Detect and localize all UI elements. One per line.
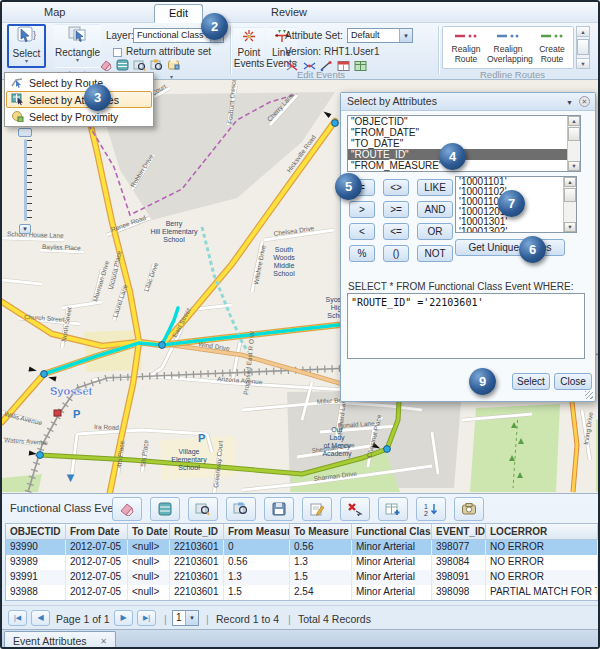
scroll-down-icon[interactable]: ▼	[564, 222, 576, 232]
operator-greater-button[interactable]: >	[349, 201, 375, 218]
tab-event-attributes[interactable]: Event Attributes ✕	[4, 631, 116, 649]
create-route-button[interactable]: Create Route	[531, 29, 573, 68]
clear-selection-button[interactable]	[112, 497, 142, 521]
column-header[interactable]: OBJECTID	[6, 524, 66, 540]
realign-route-button[interactable]: Realign Route	[445, 29, 487, 68]
column-header[interactable]: To Date	[128, 524, 170, 540]
operator-parentheses-button[interactable]: ()	[383, 245, 409, 262]
values-list-scrollbar[interactable]: ▲ ▼	[563, 177, 576, 232]
column-header[interactable]: EVENT_ID	[432, 524, 486, 540]
next-page-button[interactable]: ▶	[114, 610, 133, 626]
tab-close-icon[interactable]: ✕	[100, 637, 107, 646]
value-list-item[interactable]: '10001302'	[456, 227, 576, 233]
menu-item-select-by-route[interactable]: Select by Route	[6, 74, 152, 91]
field-list-item[interactable]: "FROM_DATE"	[348, 127, 580, 138]
attribute-set-combo-arrow[interactable]: ▼	[399, 29, 412, 42]
table-row[interactable]: 93988 2012-07-05 <null> 22103601 1.5 2.5…	[6, 585, 598, 600]
clear-selection-icon[interactable]	[98, 58, 113, 72]
save-button[interactable]	[264, 497, 294, 521]
edit-records-button[interactable]	[302, 497, 332, 521]
select-tool-button[interactable]: } Select ▾	[7, 24, 46, 68]
pan-down-icon[interactable]: ▼	[64, 470, 77, 485]
place-label-line: Academy	[322, 450, 352, 458]
operator-less-equal-button[interactable]: <=	[383, 223, 409, 240]
menu-item-select-by-proximity[interactable]: Select by Proximity	[6, 108, 152, 125]
dialog-close-button[interactable]: Close	[554, 373, 592, 390]
zoom-slider-handle[interactable]	[18, 128, 32, 137]
operator-less-button[interactable]: <	[349, 223, 375, 240]
table-row[interactable]: 93991 2012-07-05 <null> 22103601 1.3 1.5…	[6, 570, 598, 585]
operator-and-button[interactable]: AND	[417, 201, 453, 218]
scroll-up-icon[interactable]: ▲	[568, 116, 580, 126]
scroll-up-icon[interactable]: ▲	[564, 177, 576, 187]
dialog-select-button[interactable]: Select	[512, 373, 550, 390]
rectangle-dropdown-arrow[interactable]: ▾	[76, 58, 79, 63]
get-unique-values-button[interactable]: Get Unique Values	[455, 239, 565, 256]
attribute-set-combo[interactable]: Default ▼	[347, 28, 413, 43]
first-page-button[interactable]: |◀	[8, 610, 27, 626]
tab-map[interactable]: Map	[30, 4, 79, 23]
place-label-line: School	[163, 236, 185, 243]
field-list-item[interactable]: "TO_DATE"	[348, 138, 580, 149]
menu-item-select-by-attributes[interactable]: Select by Attributes	[6, 91, 152, 108]
operator-percent-button[interactable]: %	[349, 245, 375, 262]
column-header[interactable]: From Measure	[224, 524, 290, 540]
copy-attributes-icon[interactable]	[166, 58, 181, 72]
map-zoom-slider[interactable]: ▼	[18, 128, 34, 236]
scroll-up-icon[interactable]: ▲	[577, 27, 589, 37]
zoom-to-selected-button[interactable]	[188, 497, 218, 521]
zoom-to-events-icon[interactable]	[132, 58, 147, 72]
prev-page-button[interactable]: ◀	[31, 610, 50, 626]
return-attribute-set-checkbox[interactable]	[113, 48, 122, 57]
page-combo-arrow[interactable]: ▼	[185, 611, 198, 625]
tab-review[interactable]: Review	[257, 4, 321, 23]
dialog-resize-handle[interactable]	[585, 391, 593, 399]
dialog-title-bar[interactable]: Select by Attributes ▼ ✕	[341, 93, 595, 111]
operator-like-button[interactable]: LIKE	[417, 179, 453, 196]
redline-routes-panel: Realign Route Realign Overlapping Create…	[442, 26, 574, 69]
operator-not-button[interactable]: NOT	[417, 245, 453, 262]
tab-edit[interactable]: Edit	[154, 4, 203, 23]
switch-table-button[interactable]	[150, 497, 180, 521]
last-page-button[interactable]: ▶|	[137, 610, 156, 626]
column-header[interactable]: LOCERROR	[486, 524, 598, 540]
column-header[interactable]: Route_ID	[170, 524, 224, 540]
snapshot-button[interactable]	[454, 497, 484, 521]
pan-to-selected-button[interactable]	[226, 497, 256, 521]
dialog-close-icon[interactable]: ✕	[579, 96, 590, 107]
table-row[interactable]: 93989 2012-07-05 <null> 22103601 0.56 1.…	[6, 555, 598, 570]
add-record-button[interactable]	[378, 497, 408, 521]
cell: 93990	[6, 540, 66, 555]
column-header[interactable]: Functional Class	[352, 524, 432, 540]
place-label-line: Hill Elementary	[150, 228, 198, 236]
field-list-item[interactable]: "OBJECTID"	[348, 116, 580, 127]
attribute-table-icon[interactable]	[115, 58, 130, 72]
realign-overlapping-button[interactable]: Realign Overlapping	[487, 29, 529, 68]
select-dropdown-arrow[interactable]: ▾	[25, 59, 28, 64]
page-number-combo[interactable]: 1 ▼	[172, 610, 199, 626]
sort-button[interactable]: 12	[416, 497, 446, 521]
redline-scrollbar[interactable]: ▲ ▼	[576, 26, 590, 69]
table-row[interactable]: 93990 2012-07-05 <null> 22103601 0 0.56 …	[6, 540, 598, 555]
dialog-dropdown-icon[interactable]: ▼	[566, 94, 573, 111]
where-clause-textarea[interactable]: "ROUTE_ID" ='22103601'	[347, 293, 585, 359]
point-events-button[interactable]: Point Events	[233, 27, 265, 68]
field-list-scrollbar[interactable]: ▲ ▼	[567, 116, 580, 171]
scrollbar-thumb[interactable]	[564, 188, 576, 202]
pagination-bar: |◀ ◀ Page 1 of 1 ▶ ▶| | 1 ▼ | Record 1 t…	[2, 605, 598, 630]
operator-not-equals-button[interactable]: <>	[383, 179, 409, 196]
zoom-out-icon[interactable]: ▼	[19, 224, 31, 234]
copy-attributes-dropdown-arrow[interactable]: ▾	[170, 73, 173, 80]
scrollbar-thumb[interactable]	[568, 127, 580, 141]
column-header[interactable]: To Measure	[290, 524, 352, 540]
column-header[interactable]: From Date	[66, 524, 128, 540]
event-table-green-icon[interactable]	[353, 59, 368, 73]
operator-or-button[interactable]: OR	[417, 223, 453, 240]
redline-scrollbar-thumb[interactable]	[577, 39, 589, 55]
operator-greater-equal-button[interactable]: >=	[383, 201, 409, 218]
rectangle-tool-button[interactable]: Rectangle ▾	[54, 24, 101, 68]
scroll-down-icon[interactable]: ▼	[577, 58, 589, 68]
delete-records-button[interactable]	[340, 497, 370, 521]
scroll-down-icon[interactable]: ▼	[568, 161, 580, 171]
pan-to-events-icon[interactable]	[149, 58, 164, 72]
